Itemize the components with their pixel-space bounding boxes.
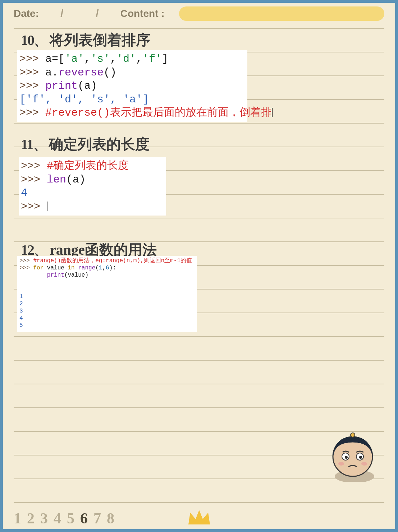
- page-8[interactable]: 8: [107, 510, 120, 527]
- section-10-heading: 10、将列表倒着排序: [14, 32, 150, 49]
- crown-icon: [187, 508, 212, 526]
- svg-point-2: [351, 433, 355, 437]
- svg-point-8: [361, 462, 367, 466]
- date-label: Date:: [14, 8, 39, 19]
- text-cursor: [47, 202, 47, 211]
- page-3[interactable]: 3: [40, 510, 54, 527]
- page-2[interactable]: 2: [27, 510, 40, 527]
- code-block-12: >>> #range()函数的用法，eg:range(n,m),则返回n至m-1…: [17, 256, 197, 332]
- avatar-icon: [320, 431, 378, 482]
- code-line: >>> #range()函数的用法，eg:range(n,m),则返回n至m-1…: [19, 257, 195, 264]
- code-line: >>>: [21, 200, 164, 214]
- lined-paper: 10、将列表倒着排序 >>> a=['a','s','d','f'] >>> a…: [14, 28, 384, 504]
- code-blank: [19, 286, 195, 293]
- code-line: print(value): [19, 272, 195, 279]
- code-line: >>> a=['a','s','d','f']: [19, 52, 245, 66]
- date-slash-1: /: [60, 8, 63, 20]
- page-4[interactable]: 4: [54, 510, 67, 527]
- text-cursor: [272, 108, 273, 117]
- page-1[interactable]: 1: [14, 510, 27, 527]
- code-output: 5: [19, 322, 195, 329]
- code-line: >>> print(a): [19, 79, 245, 93]
- code-output: 2: [19, 300, 195, 307]
- header-bar: Date: / / Content :: [3, 3, 395, 24]
- content-field[interactable]: [179, 6, 384, 21]
- code-line: >>> a.reverse(): [19, 66, 245, 80]
- code-line: >>> for value in range(1,6):: [19, 264, 195, 272]
- content-label: Content :: [120, 8, 165, 19]
- code-output: 1: [19, 293, 195, 300]
- code-output: 4: [19, 315, 195, 322]
- svg-point-7: [338, 462, 344, 466]
- page-5[interactable]: 5: [67, 510, 80, 527]
- code-output: 3: [19, 307, 195, 315]
- code-line: >>> len(a): [21, 173, 164, 187]
- section-11-heading: 11、确定列表的长度: [14, 136, 150, 153]
- code-line: >>> #reverse()表示把最后面的放在前面，倒着排: [19, 106, 245, 120]
- code-blank: [19, 279, 195, 286]
- date-slash-2: /: [96, 8, 99, 20]
- notebook-page: Date: / / Content : 10、将列表倒着排序 >>> a=['a…: [3, 3, 395, 529]
- section-10-title: 将列表倒着排序: [50, 32, 150, 48]
- section-10-number: 10、: [21, 32, 47, 48]
- code-block-11: >>> #确定列表的长度 >>> len(a) 4 >>>: [19, 157, 166, 216]
- code-output: 4: [21, 186, 164, 200]
- page-number-strip: 12345678: [14, 510, 120, 527]
- svg-point-6: [359, 456, 362, 459]
- code-line: >>> #确定列表的长度: [21, 159, 164, 173]
- code-output: ['f', 'd', 's', 'a']: [19, 93, 245, 107]
- page-6-current[interactable]: 6: [80, 510, 93, 527]
- svg-point-5: [345, 456, 348, 459]
- section-11-title: 确定列表的长度: [49, 136, 150, 152]
- section-11-number: 11、: [21, 136, 47, 152]
- code-block-10: >>> a=['a','s','d','f'] >>> a.reverse() …: [17, 50, 247, 122]
- page-7[interactable]: 7: [93, 510, 107, 527]
